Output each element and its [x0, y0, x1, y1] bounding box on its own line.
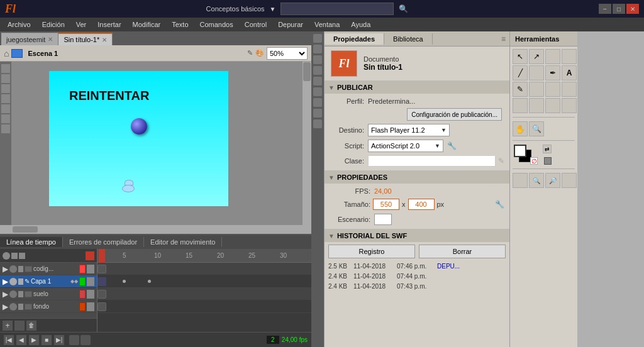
tool-eyedropper[interactable] — [529, 98, 544, 113]
clase-icon[interactable]: ✎ — [498, 157, 504, 165]
tool-line[interactable]: ╱ — [513, 65, 528, 80]
propiedades-header[interactable]: ▼ PROPIEDADES — [325, 171, 509, 184]
tab-juegosteemit[interactable]: juegosteemit ✕ — [1, 33, 58, 45]
layer-row-capa1[interactable]: ▶ ✎ Capa 1 ◆◆ — [0, 275, 97, 288]
canvas-scroll-right[interactable] — [303, 62, 311, 225]
menu-edicion[interactable]: Edición — [37, 19, 70, 30]
tl-play-btn[interactable]: ▶ — [29, 335, 39, 345]
ms-btn-5[interactable] — [313, 77, 322, 85]
nav-home-icon[interactable]: ⌂ — [4, 48, 9, 58]
menu-ayuda[interactable]: Ayuda — [346, 19, 375, 30]
tool-text[interactable]: A — [562, 65, 577, 80]
no-color-icon[interactable]: ∅ — [530, 157, 538, 165]
tool-lasso[interactable] — [529, 65, 544, 80]
height-input[interactable]: 400 — [408, 199, 435, 210]
tool-arrow[interactable]: ↖ — [513, 49, 528, 64]
width-input[interactable]: 550 — [373, 199, 399, 210]
publicar-header[interactable]: ▼ PUBLICAR — [325, 81, 509, 94]
tl-prev-frame-btn[interactable]: ◀ — [16, 335, 26, 345]
menu-comandos[interactable]: Comandos — [195, 19, 238, 30]
stage-color-swatch[interactable] — [374, 214, 392, 225]
delete-layer-btn[interactable]: 🗑 — [26, 321, 36, 331]
swap-colors-icon[interactable]: ⇄ — [543, 145, 552, 153]
tl-loop-btn[interactable] — [69, 335, 79, 345]
tamano-wrench-icon[interactable]: 🔧 — [495, 200, 504, 209]
tab-motion-editor[interactable]: Editor de movimiento — [144, 237, 222, 247]
add-folder-btn[interactable] — [14, 321, 25, 331]
script-wrench-icon[interactable]: 🔧 — [447, 141, 457, 150]
historial-header[interactable]: ▼ HISTORIAL DEL SWF — [325, 229, 509, 242]
tab-biblioteca[interactable]: Biblioteca — [384, 33, 433, 45]
script-dropdown[interactable]: ActionScript 2.0 ▼ — [368, 140, 443, 152]
tool-free-transform[interactable] — [545, 49, 560, 64]
left-strip-btn-5[interactable] — [1, 104, 10, 113]
ms-btn-9[interactable] — [313, 119, 322, 128]
menu-control[interactable]: Control — [240, 19, 272, 30]
playhead[interactable] — [99, 249, 105, 263]
tab-juegosteemit-close[interactable]: ✕ — [48, 36, 53, 43]
fill-swatch[interactable] — [514, 145, 526, 157]
tool-paint-bucket[interactable] — [562, 82, 577, 97]
tool-brush[interactable] — [529, 82, 544, 97]
tool-subselect[interactable]: ↗ — [529, 49, 544, 64]
tool-pencil[interactable]: ✎ — [513, 82, 528, 97]
zoom-select[interactable]: 50% — [267, 47, 308, 60]
tool-spray[interactable] — [545, 82, 560, 97]
menu-arquivo[interactable]: Archivo — [3, 19, 36, 30]
menu-texto[interactable]: Texto — [167, 19, 193, 30]
option-zoom-out[interactable]: 🔎 — [545, 173, 560, 188]
edit-icon[interactable]: ✎ — [247, 49, 253, 57]
ms-btn-6[interactable] — [313, 87, 322, 96]
ms-btn-4[interactable] — [313, 66, 322, 75]
ms-btn-8[interactable] — [313, 109, 322, 118]
menu-ver[interactable]: Ver — [71, 19, 92, 30]
tool-hand[interactable]: ✋ — [513, 121, 528, 136]
tool-fill[interactable] — [545, 98, 560, 113]
menu-ventana[interactable]: Ventana — [309, 19, 345, 30]
tab-compiler-errors[interactable]: Errores de compilador — [63, 237, 144, 247]
borrar-button[interactable]: Borrar — [419, 245, 506, 258]
ms-btn-1[interactable] — [313, 34, 322, 43]
tool-gradient-transform[interactable] — [562, 49, 577, 64]
default-colors-icon[interactable] — [544, 157, 552, 165]
layer-row-suelo[interactable]: ▶ suelo — [0, 288, 97, 300]
close-button[interactable]: ✕ — [626, 4, 639, 14]
tool-pen[interactable]: ✒ — [545, 65, 560, 80]
menu-modificar[interactable]: Modificar — [128, 19, 166, 30]
tab-sintitulo[interactable]: Sin título-1* ✕ — [58, 33, 113, 45]
tab-propiedades[interactable]: Propiedades — [325, 33, 384, 45]
panel-collapse-btn[interactable]: ≡ — [497, 33, 509, 45]
tab-sintitulo-close[interactable]: ✕ — [102, 36, 107, 43]
left-strip-btn-7[interactable] — [1, 124, 10, 133]
option-btn-1[interactable] — [513, 173, 528, 188]
tl-first-frame-btn[interactable]: |◀ — [4, 335, 14, 345]
destino-dropdown[interactable]: Flash Player 11.2 ▼ — [368, 124, 450, 136]
registro-button[interactable]: Registro — [328, 245, 415, 258]
minimize-button[interactable]: − — [599, 4, 611, 14]
ms-btn-7[interactable] — [313, 98, 322, 107]
layer-row-fondo[interactable]: ▶ fondo — [0, 300, 97, 313]
tl-repeat-btn[interactable] — [80, 335, 91, 345]
tl-next-frame-btn[interactable]: ▶| — [54, 335, 64, 345]
clase-input[interactable] — [368, 155, 496, 167]
color-icon[interactable]: 🎨 — [255, 49, 264, 57]
ms-btn-2[interactable] — [313, 45, 322, 53]
left-strip-btn-2[interactable] — [1, 74, 10, 83]
menu-insertar[interactable]: Insertar — [92, 19, 126, 30]
menu-depurar[interactable]: Depurar — [273, 19, 308, 30]
left-strip-btn-4[interactable] — [1, 94, 10, 103]
search-input[interactable] — [280, 3, 394, 15]
tool-eraser[interactable] — [513, 98, 528, 113]
tl-stop-btn[interactable]: ■ — [42, 335, 52, 345]
canvas-scroll-bottom[interactable] — [0, 225, 311, 234]
left-strip-btn-1[interactable] — [1, 64, 10, 73]
layer-row-codig[interactable]: ▶ codig... — [0, 263, 97, 275]
option-zoom-in[interactable]: 🔍 — [529, 173, 544, 188]
tab-timeline[interactable]: Línea de tiempo — [0, 237, 63, 247]
ms-btn-3[interactable] — [313, 55, 322, 64]
add-layer-btn[interactable]: + — [3, 321, 13, 331]
tool-zoom[interactable]: 🔍 — [529, 121, 544, 136]
option-btn-4[interactable] — [562, 173, 577, 188]
maximize-button[interactable]: □ — [613, 4, 625, 14]
left-strip-btn-3[interactable] — [1, 84, 10, 93]
